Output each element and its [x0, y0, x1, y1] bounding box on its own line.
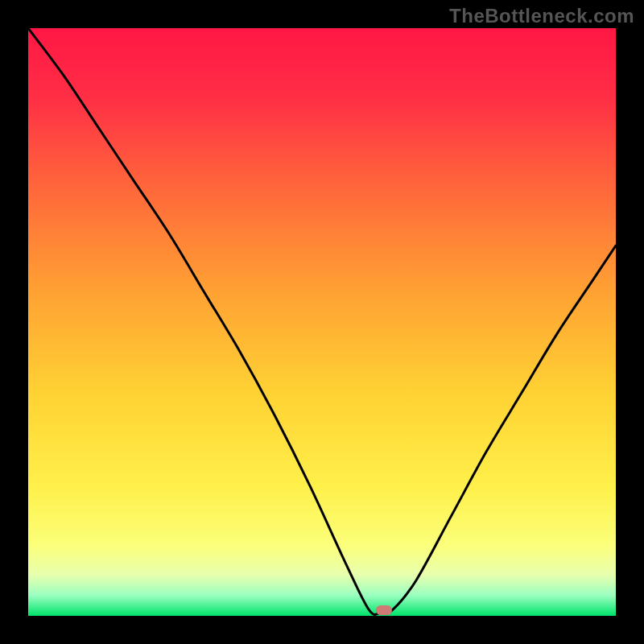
optimum-marker: [376, 605, 392, 615]
plot-area: [28, 28, 616, 616]
chart-stage: TheBottleneck.com: [0, 0, 644, 644]
curve-layer: [28, 28, 616, 616]
bottleneck-curve: [28, 28, 616, 614]
watermark-text: TheBottleneck.com: [449, 5, 634, 27]
